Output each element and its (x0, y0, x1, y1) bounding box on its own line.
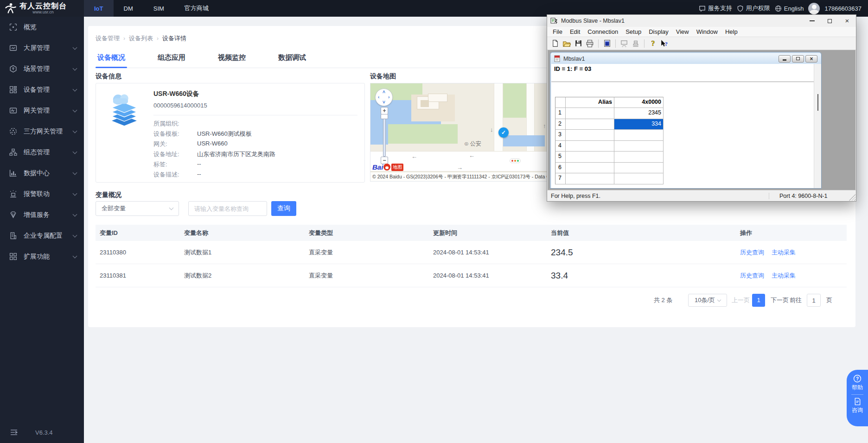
help-question-icon[interactable]: ? (853, 374, 862, 383)
sidebar-item-configuration[interactable]: 组态管理 (0, 142, 84, 163)
breadcrumb-device-management[interactable]: 设备管理 (96, 34, 120, 43)
sidebar-item-extensions[interactable]: 扩展功能 (0, 246, 84, 267)
display-setup-icon[interactable] (602, 38, 612, 49)
logo[interactable]: 有人云控制台 www.usr.cn (0, 0, 84, 17)
next-page-button[interactable]: 下一页 (771, 293, 789, 307)
value-cell[interactable] (614, 163, 664, 174)
device-map[interactable]: ← ← → ↓ ↑ ⊙ 公安 ✓ ˄˅‹› + − Bai 地图 © 2024 … (370, 83, 550, 182)
print-icon[interactable] (585, 38, 595, 49)
modbus-slave-window[interactable]: Modbus Slave - Mbslav1 × File Edit Conne… (547, 14, 856, 202)
history-query-link[interactable]: 历史查询 (740, 241, 764, 264)
prev-page-button[interactable]: 上一页 (732, 293, 750, 307)
menu-edit[interactable]: Edit (566, 28, 584, 35)
grid-row[interactable]: 4 (555, 141, 664, 152)
help-button[interactable]: 帮助 (852, 384, 863, 392)
value-cell[interactable] (614, 141, 664, 152)
sidebar-item-thirdparty-gateway[interactable]: 三方网关管理 (0, 121, 84, 142)
doc-minimize-button[interactable] (779, 55, 791, 63)
variable-search-input[interactable] (188, 201, 267, 216)
modbus-titlebar[interactable]: Modbus Slave - Mbslav1 × (547, 15, 856, 27)
save-icon[interactable] (573, 38, 583, 49)
nav-tab-mall[interactable]: 官方商城 (174, 0, 219, 17)
breadcrumb-device-list[interactable]: 设备列表 (129, 34, 153, 43)
tab-video-monitor[interactable]: 视频监控 (216, 53, 248, 68)
value-cell[interactable] (614, 173, 664, 184)
value-cell[interactable] (614, 152, 664, 163)
map-zoom-handle[interactable] (381, 114, 388, 119)
variable-filter-select[interactable]: 全部变量 (96, 201, 179, 216)
open-file-icon[interactable] (562, 38, 572, 49)
resize-grip[interactable] (849, 194, 855, 201)
close-button[interactable]: × (838, 15, 856, 27)
menu-window[interactable]: Window (693, 28, 721, 35)
page-size-select[interactable]: 10条/页 (688, 294, 727, 307)
mbslav-document-window[interactable]: Mbslav1 × ID = 1: F = 03 Alias 4x0000 12… (550, 52, 822, 189)
tab-device-overview[interactable]: 设备概况 (96, 53, 127, 68)
minimize-button[interactable] (803, 15, 821, 27)
menu-file[interactable]: File (549, 28, 566, 35)
service-support[interactable]: 服务支持 (699, 4, 732, 13)
alias-cell[interactable] (566, 108, 614, 119)
collapse-sidebar-icon[interactable] (10, 429, 18, 436)
vertical-scrollbar[interactable] (814, 64, 821, 188)
register-grid[interactable]: Alias 4x0000 12345 2334 3 4 5 6 7 (555, 97, 664, 184)
alias-cell[interactable] (566, 141, 614, 152)
grid-row[interactable]: 2334 (555, 119, 664, 130)
sidebar-item-datacenter[interactable]: 数据中心 (0, 163, 84, 184)
menu-connection[interactable]: Connection (584, 28, 622, 35)
value-cell[interactable] (614, 130, 664, 141)
maximize-button[interactable] (821, 15, 838, 27)
history-query-link[interactable]: 历史查询 (740, 264, 764, 287)
map-pan-control[interactable]: ˄˅‹› (375, 89, 393, 106)
page-number-1[interactable]: 1 (752, 294, 765, 307)
sidebar-item-device[interactable]: 设备管理 (0, 79, 84, 100)
tab-data-debug[interactable]: 数据调试 (276, 53, 308, 68)
nav-tab-dm[interactable]: DM (114, 0, 143, 17)
value-cell-selected[interactable]: 334 (614, 119, 664, 130)
grid-row[interactable]: 7 (555, 173, 664, 184)
sidebar-item-overview[interactable]: 概览 (0, 17, 84, 38)
grid-row[interactable]: 6 (555, 163, 664, 174)
help-icon[interactable]: ? (648, 38, 658, 49)
menu-display[interactable]: Display (645, 28, 672, 35)
sidebar-item-alarm[interactable]: 报警联动 (0, 184, 84, 204)
alias-cell[interactable] (566, 119, 614, 130)
sidebar-item-valueadded[interactable]: 增值服务 (0, 204, 84, 225)
alias-cell[interactable] (566, 173, 614, 184)
sidebar-item-enterprise[interactable]: 企业专属配置 (0, 225, 84, 246)
document-titlebar[interactable]: Mbslav1 × (551, 53, 821, 64)
account-phone[interactable]: 17866603637 (824, 5, 862, 12)
goto-page-input[interactable] (807, 294, 821, 307)
sidebar-item-bigscreen[interactable]: 大屏管理 (0, 38, 84, 58)
grid-row[interactable]: 5 (555, 152, 664, 163)
communication-traffic-icon[interactable] (631, 38, 641, 49)
active-collect-link[interactable]: 主动采集 (772, 241, 796, 264)
query-button[interactable]: 查询 (271, 201, 296, 216)
tab-configuration-app[interactable]: 组态应用 (156, 53, 187, 68)
poll-definition-icon[interactable] (619, 38, 629, 49)
new-file-icon[interactable] (550, 38, 560, 49)
language-switch[interactable]: English (775, 5, 804, 12)
active-collect-link[interactable]: 主动采集 (772, 264, 796, 287)
alias-cell[interactable] (566, 163, 614, 174)
alias-cell[interactable] (566, 152, 614, 163)
grid-row[interactable]: 12345 (555, 108, 664, 119)
nav-tab-iot[interactable]: IoT (84, 0, 114, 17)
avatar[interactable] (808, 3, 820, 14)
doc-close-button[interactable]: × (805, 55, 817, 63)
menu-help[interactable]: Help (721, 28, 741, 35)
context-help-icon[interactable]: ? (659, 38, 670, 49)
menu-view[interactable]: View (672, 28, 693, 35)
map-zoom-track[interactable] (383, 115, 386, 157)
grid-row[interactable]: 3 (555, 130, 664, 141)
alias-cell[interactable] (566, 130, 614, 141)
user-permission[interactable]: 用户权限 (737, 4, 770, 13)
sidebar-item-gateway[interactable]: 网关管理 (0, 100, 84, 121)
scrollbar-thumb[interactable] (817, 94, 818, 111)
nav-tab-sim[interactable]: SIM (143, 0, 174, 17)
map-marker[interactable]: ✓ (498, 127, 509, 138)
consult-doc-icon[interactable] (854, 398, 862, 405)
map-zoom-in-button[interactable]: + (381, 107, 388, 114)
menu-setup[interactable]: Setup (622, 28, 645, 35)
doc-restore-button[interactable] (792, 55, 804, 63)
